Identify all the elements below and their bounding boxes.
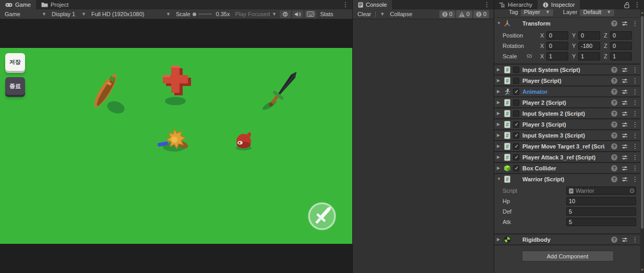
component-menu-icon[interactable]: ⋮ (632, 143, 638, 150)
scale-y-field[interactable]: 1 (578, 52, 600, 60)
info-log-toggle[interactable]: 0 (439, 10, 455, 18)
tab-project[interactable]: Project (36, 0, 74, 9)
presets-icon[interactable] (622, 176, 628, 182)
presets-icon[interactable] (622, 78, 628, 84)
help-icon[interactable]: ? (611, 165, 617, 171)
presets-icon[interactable] (622, 89, 628, 95)
layer-dropdown[interactable]: Default▼ (580, 9, 614, 16)
position-z-field[interactable]: 0 (610, 31, 632, 40)
scrollbar-thumb[interactable] (641, 16, 643, 229)
resolution-dropdown[interactable]: Full HD (1920x1080)▼ (89, 10, 173, 19)
component-menu-icon[interactable]: ⋮ (632, 100, 638, 106)
foldout-closed-icon[interactable]: ▶ (497, 166, 503, 170)
component-menu-icon[interactable]: ⋮ (632, 132, 638, 139)
component-header-player-move-target-3-ref[interactable]: ▶ # Player Move Target 3_ref (Script) ?⋮ (494, 140, 641, 151)
help-icon[interactable]: ? (611, 78, 617, 84)
enabled-checkbox[interactable] (513, 89, 519, 95)
component-menu-icon[interactable]: ⋮ (632, 78, 638, 84)
console-menu-icon[interactable]: ⋮ (484, 2, 490, 8)
collapse-button[interactable]: Collapse (387, 10, 415, 19)
scroll-up-icon[interactable]: ▲ (640, 11, 644, 14)
position-y-field[interactable]: 0 (578, 31, 600, 40)
tab-game[interactable]: Game (0, 0, 36, 9)
component-header-player-attack-3-ref[interactable]: ▶ # Player Attack 3_ref (Script) ?⋮ (494, 151, 641, 162)
presets-icon[interactable] (622, 121, 628, 128)
tab-console[interactable]: Console (353, 0, 392, 9)
enabled-checkbox[interactable] (513, 121, 519, 128)
rotation-z-field[interactable]: 0 (610, 42, 632, 50)
presets-icon[interactable] (622, 67, 628, 73)
enabled-checkbox[interactable] (513, 154, 519, 160)
help-icon[interactable]: ? (611, 67, 617, 73)
mute-audio-button[interactable] (292, 10, 303, 18)
help-icon[interactable]: ? (611, 100, 617, 106)
keyboard-input-button[interactable] (305, 10, 316, 18)
component-menu-icon[interactable]: ⋮ (632, 165, 638, 171)
component-header-input-system-3[interactable]: ▶ # Input System 3 (Script) ?⋮ (494, 129, 641, 140)
component-menu-icon[interactable]: ⋮ (632, 154, 638, 160)
presets-icon[interactable] (622, 165, 628, 171)
attack-button[interactable] (308, 202, 336, 230)
component-menu-icon[interactable]: ⋮ (632, 110, 638, 117)
debug-bug-button[interactable] (280, 10, 291, 18)
foldout-closed-icon[interactable]: ▶ (497, 122, 503, 127)
component-menu-icon[interactable]: ⋮ (632, 121, 638, 128)
enabled-checkbox[interactable] (513, 132, 519, 139)
foldout-closed-icon[interactable]: ▶ (497, 89, 503, 94)
console-log-area[interactable] (353, 19, 494, 273)
save-button[interactable]: 저장 (5, 53, 25, 71)
presets-icon[interactable] (622, 20, 628, 27)
rotation-x-field[interactable]: 0 (546, 42, 568, 50)
quit-button[interactable]: 종료 (5, 77, 25, 95)
hp-field[interactable]: 10 (566, 197, 636, 205)
unlink-scale-icon[interactable] (527, 53, 532, 59)
foldout-closed-icon[interactable]: ▶ (497, 111, 503, 116)
foldout-closed-icon[interactable]: ▶ (497, 100, 503, 105)
foldout-closed-icon[interactable]: ▶ (497, 133, 503, 138)
component-header-animator[interactable]: ▶ Animator ?⋮ (494, 85, 641, 96)
enabled-checkbox[interactable] (513, 78, 519, 84)
help-icon[interactable]: ? (611, 89, 617, 95)
help-icon[interactable]: ? (611, 121, 617, 128)
rotation-y-field[interactable]: -180 (578, 42, 600, 50)
foldout-closed-icon[interactable]: ▶ (497, 67, 503, 72)
component-menu-icon[interactable]: ⋮ (632, 176, 638, 182)
component-header-input-system[interactable]: ▶ # Input System (Script) ?⋮ (494, 64, 641, 75)
scale-z-field[interactable]: 1 (610, 52, 632, 60)
presets-icon[interactable] (622, 100, 628, 106)
foldout-closed-icon[interactable]: ▶ (497, 237, 503, 242)
presets-icon[interactable] (622, 110, 628, 117)
game-menu-icon[interactable]: ⋮ (342, 2, 349, 8)
component-header-warrior[interactable]: ▼ # Warrior (Script) ?⋮ (494, 173, 641, 184)
object-picker-icon[interactable]: ⊙ (629, 188, 635, 194)
foldout-closed-icon[interactable]: ▶ (497, 144, 503, 148)
enabled-checkbox[interactable] (513, 110, 519, 117)
component-header-input-system-2[interactable]: ▶ # Input System 2 (Script) ?⋮ (494, 107, 641, 118)
warning-log-toggle[interactable]: 0 (456, 10, 472, 18)
display-dropdown[interactable]: Display 1▼ (49, 10, 89, 19)
def-field[interactable]: 5 (566, 207, 636, 216)
foldout-closed-icon[interactable]: ▶ (497, 78, 503, 83)
presets-icon[interactable] (622, 143, 628, 150)
presets-icon[interactable] (622, 132, 628, 139)
position-x-field[interactable]: 0 (546, 31, 568, 40)
help-icon[interactable]: ? (611, 154, 617, 160)
scale-slider[interactable]: Scale 0.35x (173, 10, 232, 19)
help-icon[interactable]: ? (611, 143, 617, 150)
presets-icon[interactable] (622, 154, 628, 160)
stats-button[interactable]: Stats (320, 11, 333, 17)
lock-icon[interactable] (624, 2, 630, 8)
component-header-player[interactable]: ▶ # Player (Script) ?⋮ (494, 75, 641, 85)
error-log-toggle[interactable]: 0 (473, 10, 489, 18)
inspector-menu-icon[interactable]: ⋮ (634, 2, 640, 8)
component-header-player-2[interactable]: ▶ # Player 2 (Script) ?⋮ (494, 96, 641, 107)
tab-inspector[interactable]: Inspector (538, 0, 580, 9)
game-target-dropdown[interactable]: Game▼ (2, 10, 49, 19)
enabled-checkbox[interactable] (513, 100, 519, 106)
atk-field[interactable]: 5 (566, 218, 636, 226)
component-menu-icon[interactable]: ⋮ (632, 237, 638, 243)
help-icon[interactable]: ? (611, 132, 617, 139)
tab-hierarchy[interactable]: Hierarchy (494, 0, 538, 9)
component-menu-icon[interactable]: ⋮ (632, 67, 638, 73)
component-header-player-3[interactable]: ▶ # Player 3 (Script) ?⋮ (494, 118, 641, 129)
